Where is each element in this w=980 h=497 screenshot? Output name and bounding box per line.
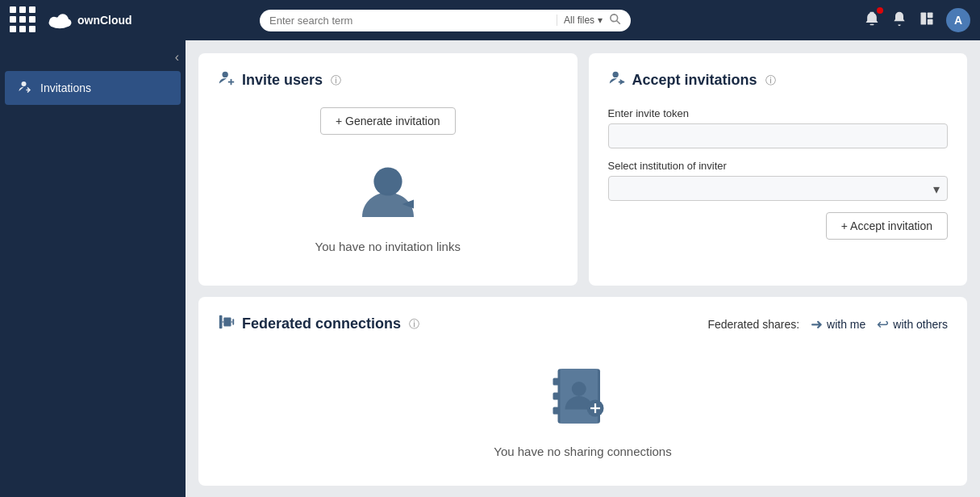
svg-rect-29 xyxy=(553,407,559,415)
federated-connections-icon xyxy=(218,313,236,335)
accept-invitations-icon xyxy=(608,69,626,91)
institution-form-group: Select institution of inviter ▾ xyxy=(608,160,949,201)
institution-select[interactable] xyxy=(608,176,949,201)
bell-icon[interactable] xyxy=(891,10,907,31)
svg-point-13 xyxy=(223,72,228,77)
svg-line-5 xyxy=(617,20,620,23)
sidebar-item-invitations[interactable]: Invitations xyxy=(5,71,181,105)
user-avatar[interactable]: A xyxy=(946,8,970,32)
sidebar-item-label: Invitations xyxy=(40,81,91,94)
token-label: Enter invite token xyxy=(608,107,949,119)
svg-point-16 xyxy=(373,167,402,195)
top-navigation: ownCloud All files ▾ xyxy=(0,0,980,40)
svg-rect-22 xyxy=(223,318,231,327)
sidebar: ‹ Invitations xyxy=(0,40,186,497)
invite-users-header: Invite users ⓘ xyxy=(218,69,558,91)
notifications-icon[interactable] xyxy=(864,10,880,31)
institution-label: Select institution of inviter xyxy=(608,160,949,172)
sidebar-collapse-area: ‹ xyxy=(0,47,186,71)
layout-icon[interactable] xyxy=(919,10,935,31)
svg-point-4 xyxy=(611,14,618,21)
svg-point-18 xyxy=(612,72,618,77)
invite-users-help-icon[interactable]: ⓘ xyxy=(331,73,341,88)
invitations-icon xyxy=(18,79,32,97)
federated-shares-label: Federated shares: xyxy=(707,318,799,331)
search-filter-dropdown[interactable]: All files ▾ xyxy=(557,15,603,26)
federated-connections-title: Federated connections xyxy=(242,315,401,332)
svg-point-3 xyxy=(64,19,72,27)
avatar-letter: A xyxy=(954,14,962,27)
chevron-down-icon: ▾ xyxy=(598,15,603,26)
svg-rect-27 xyxy=(553,378,559,386)
svg-point-1 xyxy=(49,17,59,27)
federated-connections-help-icon[interactable]: ⓘ xyxy=(409,317,419,332)
accept-invitations-card: Accept invitations ⓘ Enter invite token … xyxy=(589,53,968,286)
accept-invitations-title: Accept invitations xyxy=(632,72,757,89)
with-others-text: with others xyxy=(893,318,948,331)
cloud-icon xyxy=(47,7,73,33)
svg-rect-7 xyxy=(869,23,874,25)
federated-connections-header: Federated connections ⓘ Federated shares… xyxy=(218,313,948,335)
sidebar-collapse-button[interactable]: ‹ xyxy=(175,50,179,65)
accept-invitations-header: Accept invitations ⓘ xyxy=(608,69,949,91)
search-icon[interactable] xyxy=(609,13,621,28)
svg-rect-10 xyxy=(928,19,933,24)
svg-rect-9 xyxy=(928,12,933,18)
main-content: Invite users ⓘ + Generate invitation You… xyxy=(186,40,980,497)
invite-users-icon xyxy=(218,69,236,91)
institution-select-wrap: ▾ xyxy=(608,176,949,201)
app-grid-button[interactable] xyxy=(10,6,37,34)
federated-title-area: Federated connections ⓘ xyxy=(218,313,419,335)
app-logo: ownCloud xyxy=(47,7,132,33)
topnav-actions: A xyxy=(864,8,970,32)
search-input[interactable] xyxy=(269,15,550,27)
accept-invitations-help-icon[interactable]: ⓘ xyxy=(765,73,776,88)
search-filter-label: All files xyxy=(564,15,594,26)
search-bar[interactable]: All files ▾ xyxy=(260,10,631,31)
invite-empty-icon xyxy=(356,162,420,227)
app-name: ownCloud xyxy=(77,14,132,27)
invite-users-card: Invite users ⓘ + Generate invitation You… xyxy=(198,53,578,286)
with-me-link[interactable]: ➜ with me xyxy=(811,315,865,333)
svg-rect-28 xyxy=(553,393,559,400)
arrow-right-icon: ➜ xyxy=(811,315,823,333)
generate-invitation-button[interactable]: + Generate invitation xyxy=(320,107,456,135)
top-cards-row: Invite users ⓘ + Generate invitation You… xyxy=(198,53,967,286)
svg-rect-21 xyxy=(219,315,223,329)
svg-point-11 xyxy=(22,81,27,86)
invite-users-empty-state: You have no invitation links xyxy=(218,154,558,269)
token-form-group: Enter invite token xyxy=(608,107,949,148)
svg-rect-8 xyxy=(920,12,926,24)
federated-shares-area: Federated shares: ➜ with me ↩ with other… xyxy=(707,315,948,333)
token-input[interactable] xyxy=(608,123,949,148)
svg-point-31 xyxy=(571,382,586,396)
federated-empty-icon xyxy=(547,364,619,428)
with-me-text: with me xyxy=(827,318,865,331)
federated-empty-text: You have no sharing connections xyxy=(218,445,948,458)
main-layout: ‹ Invitations xyxy=(0,40,980,497)
svg-marker-20 xyxy=(619,79,624,85)
federated-empty-icon-wrap xyxy=(218,348,948,436)
invite-users-title: Invite users xyxy=(242,72,323,89)
accept-invitation-button[interactable]: + Accept invitation xyxy=(826,212,948,240)
arrow-left-icon: ↩ xyxy=(877,315,889,333)
notification-badge xyxy=(877,7,883,14)
svg-rect-23 xyxy=(232,319,234,324)
federated-connections-card: Federated connections ⓘ Federated shares… xyxy=(198,297,967,486)
with-others-link[interactable]: ↩ with others xyxy=(877,315,948,333)
invite-users-empty-text: You have no invitation links xyxy=(315,240,461,253)
